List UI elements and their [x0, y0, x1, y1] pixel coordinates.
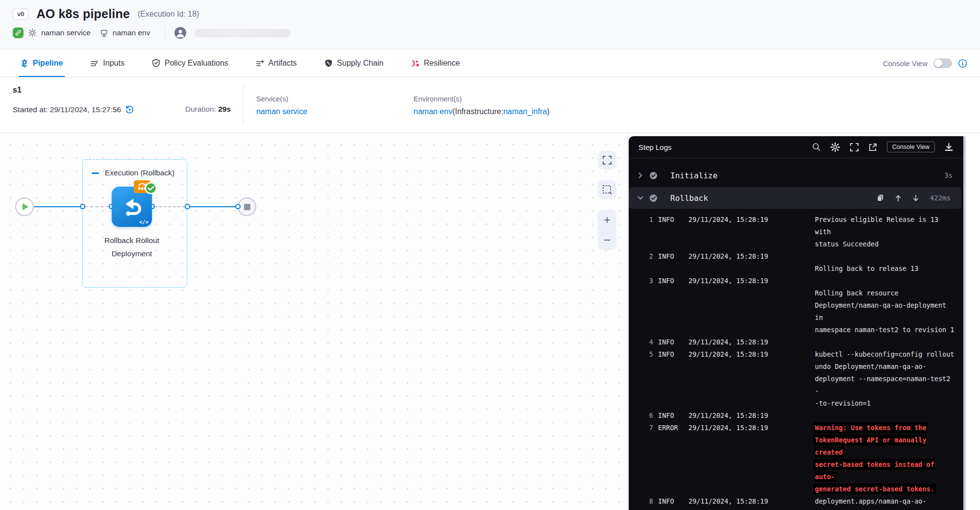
page-title: AO k8s pipeline	[36, 7, 130, 21]
tab-label: Pipeline	[33, 59, 63, 68]
environment-icon	[100, 29, 108, 37]
log-entry: 2INFO29/11/2024, 15:28:19Rolling back to…	[636, 250, 955, 275]
shield-filled-icon	[324, 59, 333, 68]
resilience-icon	[411, 59, 419, 68]
tab-artifacts[interactable]: Artifacts	[256, 49, 297, 77]
infrastructure-link[interactable]: naman_infra	[503, 107, 547, 116]
header-divider	[165, 26, 165, 39]
service-type-icon	[13, 27, 24, 38]
step-success-icon	[649, 194, 658, 202]
console-view-button[interactable]: Console View	[887, 142, 935, 152]
inputs-icon	[90, 59, 98, 68]
download-icon[interactable]	[944, 143, 954, 152]
undo-arrow-icon	[119, 194, 145, 219]
open-external-icon[interactable]	[868, 143, 878, 152]
tab-label: Supply Chain	[337, 59, 384, 68]
tab-inputs[interactable]: Inputs	[90, 49, 124, 77]
execution-id: (Execution Id: 18)	[138, 10, 199, 19]
zoom-controls: + −	[598, 210, 616, 250]
gear-icon	[28, 28, 37, 37]
shield-check-icon	[152, 59, 160, 68]
chevron-down-icon[interactable]	[635, 195, 646, 201]
edge-group-to-end	[190, 206, 238, 207]
console-view-toggle[interactable]	[933, 58, 952, 68]
log-entry: 4INFO29/11/2024, 15:28:19	[636, 336, 955, 348]
play-icon	[23, 203, 28, 210]
node-label: Rollback Rollout Deployment	[82, 234, 181, 260]
environments-label: Environment(s)	[414, 95, 549, 103]
step-name: Rollback	[670, 194, 708, 203]
infrastructure-suffix: )	[547, 107, 549, 116]
log-panel-scrollbar[interactable]	[963, 136, 966, 510]
zoom-out-button[interactable]: −	[598, 230, 616, 250]
log-entry: 1INFO29/11/2024, 15:28:19Previous eligib…	[636, 214, 955, 250]
tab-label: Inputs	[103, 59, 124, 68]
tab-label: Artifacts	[269, 59, 297, 68]
console-view-label: Console View	[883, 59, 928, 68]
history-icon[interactable]	[125, 105, 134, 114]
log-entry: 7ERROR29/11/2024, 15:28:19Warning: Use t…	[636, 422, 955, 495]
pipeline-icon	[21, 59, 28, 68]
step-row-rollback[interactable]: Rollback 422ms	[629, 187, 961, 209]
connector-dot	[80, 204, 85, 209]
search-icon[interactable]	[812, 143, 821, 151]
tab-bar: Pipeline Inputs Policy Evaluations Artif…	[0, 49, 980, 77]
marquee-select-button[interactable]	[598, 180, 616, 199]
collapse-group-icon[interactable]	[92, 172, 99, 174]
log-entry: 3INFO29/11/2024, 15:28:19Rolling back re…	[636, 275, 955, 336]
copy-icon[interactable]	[877, 194, 884, 202]
services-label: Service(s)	[256, 95, 307, 103]
redacted-user-name	[195, 29, 291, 37]
group-label: Execution (Rollback)	[105, 169, 174, 177]
pipeline-canvas[interactable]: Execution (Rollback) </> Rollback Rollou…	[0, 133, 628, 510]
tab-label: Policy Evaluations	[165, 59, 228, 68]
code-glyph: </>	[139, 219, 148, 225]
step-success-icon	[649, 171, 658, 180]
step-name: Initialize	[670, 171, 717, 180]
start-node	[15, 197, 34, 216]
log-panel-title: Step Logs	[638, 143, 672, 151]
stage-name: s1	[13, 86, 22, 95]
settings-gear-icon[interactable]	[830, 142, 840, 152]
user-avatar	[174, 27, 186, 39]
tab-supply-chain[interactable]: Supply Chain	[324, 49, 384, 77]
log-lines: 1INFO29/11/2024, 15:28:19Previous eligib…	[629, 210, 963, 510]
connector-dot	[235, 204, 241, 209]
log-entry: 5INFO29/11/2024, 15:28:19kubectl --kubec…	[636, 348, 955, 410]
tab-label: Resilience	[424, 59, 460, 68]
tab-resilience[interactable]: Resilience	[411, 49, 460, 77]
stage-divider	[243, 85, 244, 125]
scroll-bottom-icon[interactable]	[912, 194, 919, 202]
expand-fullscreen-icon[interactable]	[850, 143, 859, 152]
version-badge: v0	[13, 8, 28, 20]
header-environment-name: naman env	[113, 28, 150, 37]
edge-start-to-group	[34, 206, 82, 207]
log-entry: 8INFO29/11/2024, 15:28:19deployment.apps…	[636, 495, 955, 510]
duration-value: 29s	[218, 105, 231, 113]
tab-policy-evaluations[interactable]: Policy Evaluations	[152, 49, 228, 77]
step-duration: 422ms	[930, 194, 951, 202]
zoom-in-button[interactable]: +	[598, 210, 616, 230]
step-duration: 3s	[944, 171, 953, 179]
service-link[interactable]: naman service	[256, 107, 307, 116]
started-at-text: Started at: 29/11/2024, 15:27:56	[13, 105, 121, 114]
step-logs-panel: Step Logs Console View	[629, 136, 963, 510]
log-entry: 6INFO29/11/2024, 15:28:19	[636, 410, 955, 422]
step-row-initialize[interactable]: Initialize 3s	[629, 165, 963, 186]
stop-icon	[244, 204, 250, 210]
scroll-top-icon[interactable]	[895, 194, 902, 202]
header-service-name: naman service	[41, 28, 91, 37]
environment-link[interactable]: naman env	[414, 107, 452, 116]
duration-label: Duration:	[185, 105, 218, 113]
canvas-fullscreen-button[interactable]	[598, 151, 616, 170]
tab-pipeline[interactable]: Pipeline	[21, 49, 63, 77]
chevron-right-icon[interactable]	[635, 172, 646, 178]
connector-dot	[185, 204, 190, 209]
list-plus-icon	[256, 59, 264, 68]
stage-summary-bar: s1 Started at: 29/11/2024, 15:27:56 Dura…	[0, 77, 980, 133]
infrastructure-prefix: (Infrastructure:	[452, 107, 503, 116]
app-header: v0 AO k8s pipeline (Execution Id: 18) na…	[0, 0, 980, 49]
success-check-icon	[145, 182, 157, 194]
info-icon[interactable]	[958, 59, 967, 68]
